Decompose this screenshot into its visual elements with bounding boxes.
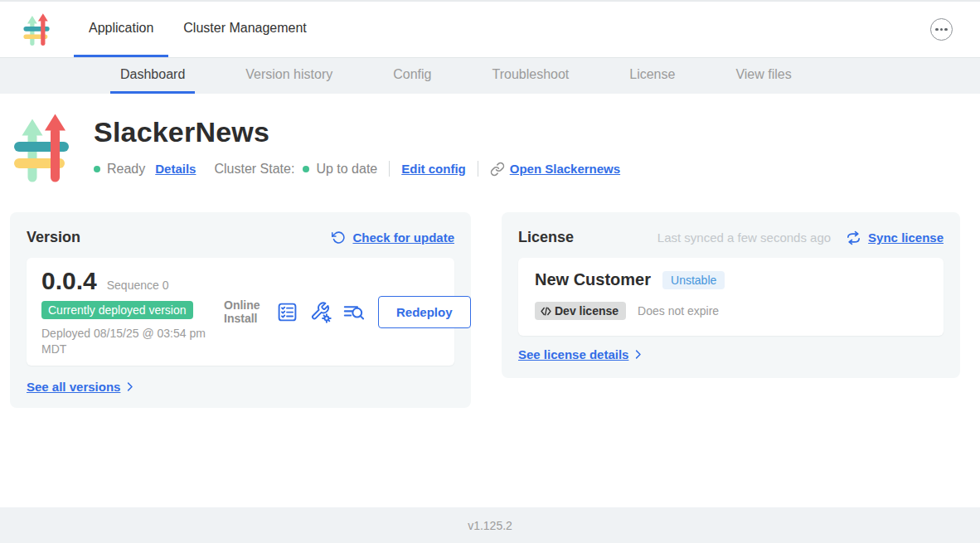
subtab-config-label: Config xyxy=(393,67,431,82)
cluster-state-value: Up to date xyxy=(316,162,377,177)
chevron-right-icon xyxy=(632,348,644,361)
details-link[interactable]: Details xyxy=(155,162,196,176)
top-nav-bar: Application Cluster Management xyxy=(0,0,980,58)
divider xyxy=(478,161,478,177)
console-version: v1.125.2 xyxy=(468,519,512,532)
install-type-label: Online Install xyxy=(224,298,265,325)
logs-search-icon[interactable] xyxy=(342,301,365,323)
license-type-label: Dev license xyxy=(555,304,619,318)
chevron-right-icon xyxy=(124,381,136,393)
subtab-view-files-label: View files xyxy=(735,67,791,82)
config-wrench-gear-icon[interactable] xyxy=(309,301,332,323)
open-app-link[interactable]: Open Slackernews xyxy=(490,162,620,177)
code-icon xyxy=(540,305,552,318)
edit-config-link[interactable]: Edit config xyxy=(401,162,466,176)
slackernews-logo-icon xyxy=(23,13,51,46)
current-version-panel: 0.0.4 Sequence 0 Currently deployed vers… xyxy=(27,258,454,366)
version-number: 0.0.4 xyxy=(41,267,97,295)
subtab-config[interactable]: Config xyxy=(383,58,441,94)
preflight-checklist-icon[interactable] xyxy=(276,301,298,323)
license-type-badge: Dev license xyxy=(535,302,626,320)
tab-cluster-management[interactable]: Cluster Management xyxy=(168,2,322,57)
app-status-dot xyxy=(94,166,100,172)
see-license-details-label: See license details xyxy=(518,347,628,361)
dashboard-cards: Version Check for update 0.0.4 Sequence … xyxy=(10,212,960,408)
version-card-title: Version xyxy=(27,229,80,246)
deployed-status-badge: Currently deployed version xyxy=(41,301,193,319)
version-card: Version Check for update 0.0.4 Sequence … xyxy=(10,212,471,408)
channel-badge: Unstable xyxy=(662,271,725,289)
license-info-panel: New Customer Unstable Dev license Does n… xyxy=(518,258,944,336)
tab-application[interactable]: Application xyxy=(74,2,168,57)
sequence-label: Sequence 0 xyxy=(107,279,169,292)
subtab-license-label: License xyxy=(629,67,675,82)
console-footer: v1.125.2 xyxy=(0,507,980,543)
subtab-view-files[interactable]: View files xyxy=(725,58,801,94)
app-status-text: Ready xyxy=(107,162,145,177)
cluster-state-label: Cluster State: xyxy=(214,162,294,177)
page-title: SlackerNews xyxy=(94,115,620,148)
check-for-update-link[interactable]: Check for update xyxy=(352,230,454,245)
app-logo xyxy=(13,114,73,184)
last-synced-text: Last synced a few seconds ago xyxy=(657,230,831,245)
see-license-details-link[interactable]: See license details xyxy=(518,347,644,361)
divider xyxy=(389,161,390,177)
tab-application-label: Application xyxy=(89,21,153,36)
ellipsis-menu-icon[interactable] xyxy=(930,18,953,41)
subtab-dashboard-label: Dashboard xyxy=(120,67,185,82)
refresh-icon xyxy=(332,230,346,245)
subtab-license[interactable]: License xyxy=(619,58,685,94)
subtab-troubleshoot[interactable]: Troubleshoot xyxy=(482,58,579,94)
open-app-link-label: Open Slackernews xyxy=(510,162,620,176)
customer-name: New Customer xyxy=(535,270,651,289)
license-card: License Last synced a few seconds ago Sy… xyxy=(502,212,960,378)
tab-cluster-management-label: Cluster Management xyxy=(183,21,307,36)
app-header: SlackerNews Ready Details Cluster State:… xyxy=(13,114,620,184)
subtab-troubleshoot-label: Troubleshoot xyxy=(492,67,569,82)
subtab-version-history[interactable]: Version history xyxy=(235,58,342,94)
see-all-versions-link[interactable]: See all versions xyxy=(27,380,136,394)
subtab-dashboard[interactable]: Dashboard xyxy=(110,58,195,94)
deployed-timestamp: Deployed 08/15/25 @ 03:54 pm MDT xyxy=(41,326,216,357)
app-status-row: Ready Details Cluster State: Up to date … xyxy=(94,161,620,177)
sync-arrows-icon xyxy=(846,230,861,245)
top-tabs: Application Cluster Management xyxy=(74,2,322,57)
cluster-state-dot xyxy=(303,166,309,172)
see-all-versions-label: See all versions xyxy=(27,380,120,394)
license-expiration: Does not expire xyxy=(638,304,719,318)
app-sub-nav: Dashboard Version history Config Trouble… xyxy=(0,58,980,94)
redeploy-button[interactable]: Redeploy xyxy=(378,296,471,328)
sync-license-link[interactable]: Sync license xyxy=(868,230,944,245)
subtab-version-history-label: Version history xyxy=(245,67,332,82)
navbar-logo[interactable] xyxy=(0,2,74,57)
license-card-title: License xyxy=(518,229,574,246)
link-icon xyxy=(490,162,505,177)
